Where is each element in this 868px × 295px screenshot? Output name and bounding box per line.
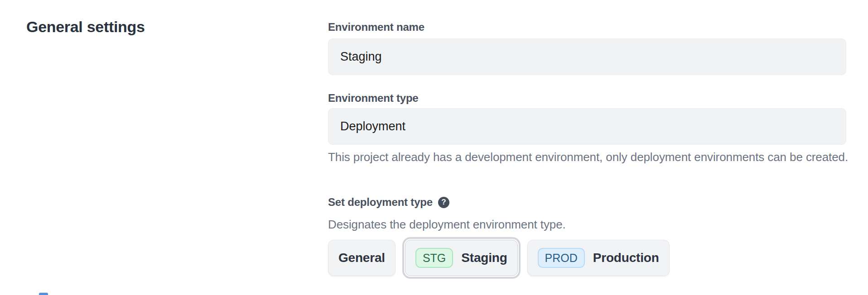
- production-button-label: Production: [593, 251, 659, 265]
- question-mark-help-icon[interactable]: ?: [438, 197, 449, 208]
- set-deployment-type-row: Set deployment type ?: [328, 196, 449, 209]
- page-title: General settings: [26, 18, 145, 36]
- deployment-type-description: Designates the deployment environment ty…: [328, 218, 566, 232]
- deployment-type-production-button[interactable]: PROD Production: [527, 240, 670, 276]
- environment-type-label: Environment type: [328, 92, 419, 105]
- environment-name-input[interactable]: [328, 38, 846, 75]
- stg-badge: STG: [415, 248, 453, 268]
- deployment-type-staging-button[interactable]: STG Staging: [405, 240, 518, 276]
- prod-badge: PROD: [538, 248, 585, 268]
- deployment-type-options: General STG Staging PROD Production: [328, 240, 670, 276]
- cut-off-blue-element: [39, 293, 48, 295]
- staging-button-label: Staging: [461, 251, 507, 265]
- deployment-type-general-button[interactable]: General: [328, 240, 395, 276]
- general-button-label: General: [338, 251, 385, 265]
- environment-name-label: Environment name: [328, 21, 424, 33]
- environment-type-help-text: This project already has a development e…: [328, 148, 849, 166]
- set-deployment-type-label: Set deployment type: [328, 196, 433, 209]
- environment-type-input[interactable]: [328, 108, 846, 145]
